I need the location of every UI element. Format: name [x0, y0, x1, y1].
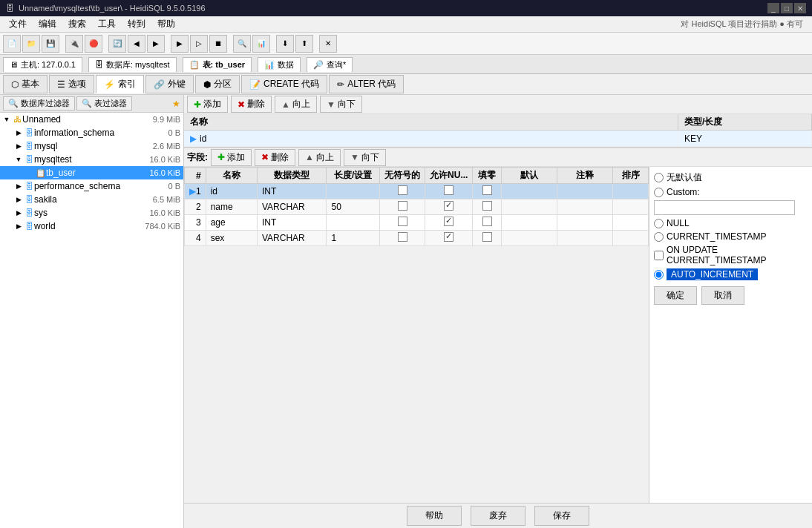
help-button[interactable]: 帮助 [407, 506, 462, 526]
field-len-3[interactable]: 1 [327, 231, 380, 246]
cb-unsigned-2[interactable] [398, 217, 407, 226]
field-unsigned-2[interactable] [380, 215, 425, 231]
default-custom[interactable]: Custom: [654, 187, 808, 197]
subtab-fk[interactable]: 🔗 外键 [145, 75, 194, 93]
new-button[interactable]: 📄 [3, 35, 21, 53]
minimize-button[interactable]: _ [767, 3, 779, 13]
tab-data[interactable]: 📊 数据 [258, 57, 301, 72]
auto-increment-label[interactable]: AUTO_INCREMENT [667, 268, 758, 280]
db-filter-button[interactable]: 🔍 数据库过滤器 [3, 96, 75, 110]
default-on-update[interactable]: ON UPDATE CURRENT_TIMESTAMP [654, 245, 808, 265]
radio-auto-increment[interactable] [654, 270, 664, 280]
close-toolbar-button[interactable]: ✕ [319, 35, 337, 53]
cb-nullable-2[interactable] [444, 217, 454, 226]
cb-zerofill-3[interactable] [482, 232, 492, 242]
table-button[interactable]: 📊 [252, 35, 270, 53]
tab-host[interactable]: 🖥 主机: 127.0.0.1 [3, 57, 82, 72]
cb-unsigned-3[interactable] [398, 232, 407, 242]
menu-help[interactable]: 帮助 [151, 16, 181, 32]
field-default-1[interactable] [501, 199, 557, 215]
run-button[interactable]: ▶ [171, 35, 189, 53]
back-button[interactable]: ◀ [128, 35, 145, 53]
index-down-button[interactable]: ▼ 向下 [320, 96, 362, 113]
field-name-1[interactable]: name [206, 199, 257, 215]
custom-value-input[interactable] [654, 200, 795, 215]
filter-button[interactable]: 🔍 [233, 35, 251, 53]
field-row-0[interactable]: ▶1 id INT [185, 184, 649, 199]
menu-search[interactable]: 搜索 [62, 16, 92, 32]
menu-edit[interactable]: 编辑 [33, 16, 62, 32]
cb-unsigned-0[interactable] [398, 185, 407, 195]
connect-button[interactable]: 🔌 [65, 35, 83, 53]
tree-item-mysqltest[interactable]: ▼ 🗄 mysqltest 16.0 KiB [0, 153, 183, 166]
tree-item-sakila[interactable]: ▶ 🗄 sakila 6.5 MiB [0, 193, 183, 206]
index-delete-button[interactable]: ✖ 删除 [231, 96, 272, 113]
menu-file[interactable]: 文件 [3, 16, 33, 32]
stop-button[interactable]: ⏹ [209, 35, 227, 53]
field-default-3[interactable] [501, 231, 557, 246]
field-default-0[interactable] [501, 184, 557, 199]
radio-current-ts[interactable] [654, 232, 664, 242]
field-unsigned-0[interactable] [380, 184, 425, 199]
field-len-1[interactable]: 50 [327, 199, 380, 215]
field-type-2[interactable]: INT [258, 215, 327, 231]
tree-item-world[interactable]: ▶ 🗄 world 784.0 KiB [0, 220, 183, 233]
refresh-button[interactable]: 🔄 [108, 35, 126, 53]
index-add-button[interactable]: ✚ 添加 [187, 96, 228, 113]
field-zerofill-1[interactable] [473, 199, 501, 215]
tree-item-info-schema[interactable]: ▶ 🗄 information_schema 0 B [0, 126, 183, 139]
field-nullable-2[interactable] [425, 215, 473, 231]
tree-item-unnamed[interactable]: ▼ 🖧 Unnamed 9.9 MiB [0, 113, 183, 126]
save-toolbar-button[interactable]: 💾 [42, 35, 59, 53]
tab-database[interactable]: 🗄 数据库: mysqltest [88, 57, 177, 72]
table-filter-button[interactable]: 🔍 表过滤器 [76, 96, 132, 110]
field-down-button[interactable]: ▼ 向下 [344, 149, 386, 166]
default-current-ts[interactable]: CURRENT_TIMESTAMP [654, 231, 808, 242]
field-name-2[interactable]: age [206, 215, 257, 231]
field-type-3[interactable]: VARCHAR [258, 231, 327, 246]
field-delete-button[interactable]: ✖ 删除 [255, 149, 295, 166]
field-nullable-3[interactable] [425, 231, 473, 246]
discard-button[interactable]: 废弃 [471, 506, 525, 526]
field-row-1[interactable]: 2 name VARCHAR 50 [185, 199, 649, 215]
checkbox-on-update[interactable] [654, 251, 664, 260]
field-zerofill-0[interactable] [473, 184, 501, 199]
menu-tools[interactable]: 工具 [92, 16, 122, 32]
field-type-0[interactable]: INT [258, 184, 327, 199]
subtab-options[interactable]: ☰ 选项 [49, 75, 94, 93]
subtab-create[interactable]: 📝 CREATE 代码 [241, 75, 327, 93]
close-button[interactable]: ✕ [794, 3, 806, 13]
tree-item-perf-schema[interactable]: ▶ 🗄 performance_schema 0 B [0, 179, 183, 193]
subtab-partition[interactable]: ⬢ 分区 [195, 75, 240, 93]
subtab-index[interactable]: ⚡ 索引 [96, 75, 144, 93]
save-main-button[interactable]: 保存 [534, 506, 589, 526]
radio-custom[interactable] [654, 188, 664, 197]
import-button[interactable]: ⬇ [276, 35, 294, 53]
field-zerofill-3[interactable] [473, 231, 501, 246]
field-len-2[interactable] [327, 215, 380, 231]
subtab-basic[interactable]: ⬡ 基本 [3, 75, 48, 93]
index-row-0[interactable]: ▶ id KEY [184, 131, 812, 147]
default-no-default[interactable]: 无默认值 [654, 171, 808, 184]
confirm-button[interactable]: 确定 [654, 286, 697, 305]
menu-goto[interactable]: 转到 [122, 16, 151, 32]
tab-query[interactable]: 🔎 查询* [307, 57, 353, 72]
cb-unsigned-1[interactable] [398, 201, 407, 211]
field-name-3[interactable]: sex [206, 231, 257, 246]
tab-table[interactable]: 📋 表: tb_user [183, 57, 252, 72]
field-row-2[interactable]: 3 age INT [185, 215, 649, 231]
forward-button[interactable]: ▶ [147, 35, 165, 53]
open-button[interactable]: 📁 [22, 35, 40, 53]
cb-zerofill-0[interactable] [482, 185, 492, 195]
cb-zerofill-1[interactable] [482, 201, 492, 211]
field-unsigned-1[interactable] [380, 199, 425, 215]
export-button[interactable]: ⬆ [295, 35, 313, 53]
field-len-0[interactable] [327, 184, 380, 199]
field-unsigned-3[interactable] [380, 231, 425, 246]
field-add-button[interactable]: ✚ 添加 [211, 149, 252, 166]
disconnect-button[interactable]: 🔴 [85, 35, 102, 53]
default-auto-increment[interactable]: AUTO_INCREMENT [654, 268, 808, 280]
tree-item-sys[interactable]: ▶ 🗄 sys 16.0 KiB [0, 206, 183, 220]
maximize-button[interactable]: □ [781, 3, 793, 13]
radio-no-default[interactable] [654, 173, 664, 182]
